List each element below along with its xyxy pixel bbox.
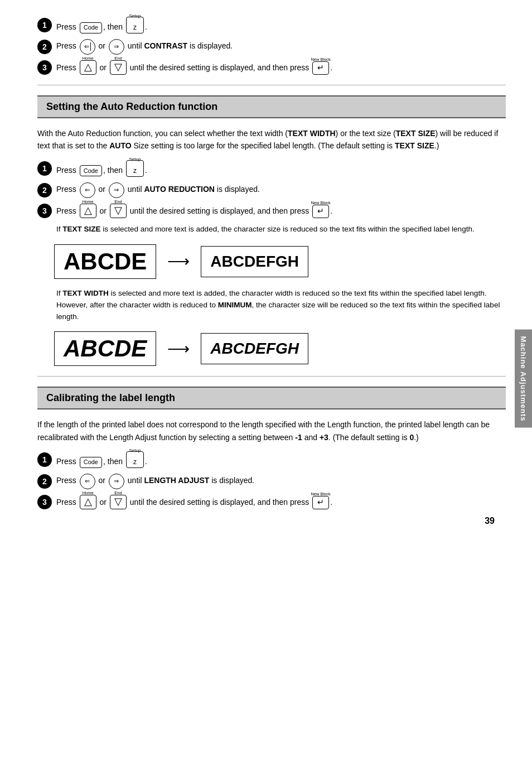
intro-step-3: 3 Press Home △ or End ▽ until the desire… xyxy=(37,60,506,75)
auto-reduction-steps: 1 Press Code, then Setup z . 2 Press ⇐ o… xyxy=(37,160,506,218)
calibrating-header: Calibrating the label length xyxy=(37,387,506,409)
ar-step-3: 3 Press Home △ or End ▽ until the desire… xyxy=(37,204,506,218)
sidebar-label: Machine Adjustments xyxy=(519,336,528,421)
ar-step-num-3: 3 xyxy=(37,204,52,218)
cal-step-num-1: 1 xyxy=(37,452,52,467)
intro-step2-text: Press ⇐ or ⇒ until CONTRAST is displayed… xyxy=(56,39,233,55)
up-home-key-ar3: Home △ xyxy=(80,204,96,218)
sidebar-tab: Machine Adjustments xyxy=(515,329,532,428)
code-key-cal1: Code xyxy=(80,457,102,468)
ar-step1-text: Press Code, then Setup z . xyxy=(56,160,147,177)
diagram1-left: ABCDE xyxy=(54,244,156,279)
down-end-key-1: End ▽ xyxy=(110,60,127,75)
cal-step2-text: Press ⇐ or ⇒ until LENGTH ADJUST is disp… xyxy=(56,474,254,489)
auto-reduction-header: Setting the Auto Reduction function xyxy=(37,95,506,118)
left-nav-key-1: ⇐ xyxy=(80,39,95,55)
cal-step-2: 2 Press ⇐ or ⇒ until LENGTH ADJUST is di… xyxy=(37,474,506,489)
auto-reduction-title: Setting the Auto Reduction function xyxy=(46,101,217,112)
step-num-1: 1 xyxy=(37,18,52,32)
cal-step-3: 3 Press Home △ or End ▽ until the desire… xyxy=(37,495,506,509)
right-nav-key-1: ⇒ xyxy=(109,39,124,55)
diagram2-right: ABCDEFGH xyxy=(201,333,308,364)
cal-step1-text: Press Code, then Setup z . xyxy=(56,451,147,468)
diagram-2: ABCDE ⟶ ABCDEFGH xyxy=(54,331,506,366)
calibrating-title: Calibrating the label length xyxy=(46,392,175,403)
code-key-1: Code xyxy=(80,22,102,33)
enter-key-1: New Block ↵ xyxy=(312,61,329,75)
step-num-3: 3 xyxy=(37,60,52,75)
enter-key-cal3: New Block ↵ xyxy=(312,496,329,509)
intro-step-2: 2 Press ⇐ or ⇒ until CONTRAST is display… xyxy=(37,39,506,55)
right-nav-key-ar2: ⇒ xyxy=(109,182,124,198)
cal-step3-text: Press Home △ or End ▽ until the desired … xyxy=(56,495,332,509)
up-home-key-1: Home △ xyxy=(80,60,96,75)
ar-step-num-2: 2 xyxy=(37,183,52,197)
page-number: 39 xyxy=(485,516,495,526)
cal-step-num-3: 3 xyxy=(37,495,52,509)
down-end-key-cal3: End ▽ xyxy=(110,495,127,509)
calibrating-body: If the length of the printed label does … xyxy=(37,418,506,443)
setup-z-key-ar1: Setup z xyxy=(126,160,144,177)
page-num-value: 39 xyxy=(485,516,495,525)
ar-step3-text: Press Home △ or End ▽ until the desired … xyxy=(56,204,332,218)
ar-step-num-1: 1 xyxy=(37,161,52,176)
left-nav-key-ar2: ⇐ xyxy=(80,182,95,198)
diagram1-right: ABCDEFGH xyxy=(201,246,308,277)
intro-steps: 1 Press Code, then Setup z . 2 Press ⇐ o… xyxy=(37,17,506,75)
intro-step3-text: Press Home △ or End ▽ until the desired … xyxy=(56,60,332,75)
setup-z-key-cal1: Setup z xyxy=(126,451,144,468)
text-width-note: If TEXT WIDTH is selected and more text … xyxy=(56,288,506,323)
enter-key-ar3: New Block ↵ xyxy=(312,205,329,218)
cal-step-1: 1 Press Code, then Setup z . xyxy=(37,451,506,468)
left-nav-key-cal2: ⇐ xyxy=(80,474,95,489)
up-home-key-cal3: Home △ xyxy=(80,495,96,509)
diagram2-left: ABCDE xyxy=(54,331,156,366)
auto-reduction-body: With the Auto Reduction function, you ca… xyxy=(37,127,506,152)
right-nav-key-cal2: ⇒ xyxy=(109,474,124,489)
text-size-note: If TEXT SIZE is selected and more text i… xyxy=(56,224,506,235)
step-num-2: 2 xyxy=(37,40,52,54)
cal-step-num-2: 2 xyxy=(37,474,52,489)
intro-step1-text: Press Code, then Setup z . xyxy=(56,17,147,33)
code-key-ar1: Code xyxy=(80,165,102,176)
setup-z-key-1: Setup z xyxy=(126,17,144,33)
diagram1-arrow: ⟶ xyxy=(167,252,190,271)
down-end-key-ar3: End ▽ xyxy=(110,204,127,218)
diagram-1: ABCDE ⟶ ABCDEFGH xyxy=(54,244,506,279)
ar-step2-text: Press ⇐ or ⇒ until AUTO REDUCTION is dis… xyxy=(56,182,260,198)
diagram2-arrow: ⟶ xyxy=(167,340,190,358)
ar-step-1: 1 Press Code, then Setup z . xyxy=(37,160,506,177)
intro-step-1: 1 Press Code, then Setup z . xyxy=(37,17,506,33)
calibrating-steps: 1 Press Code, then Setup z . 2 Press ⇐ o… xyxy=(37,451,506,509)
ar-step-2: 2 Press ⇐ or ⇒ until AUTO REDUCTION is d… xyxy=(37,182,506,198)
